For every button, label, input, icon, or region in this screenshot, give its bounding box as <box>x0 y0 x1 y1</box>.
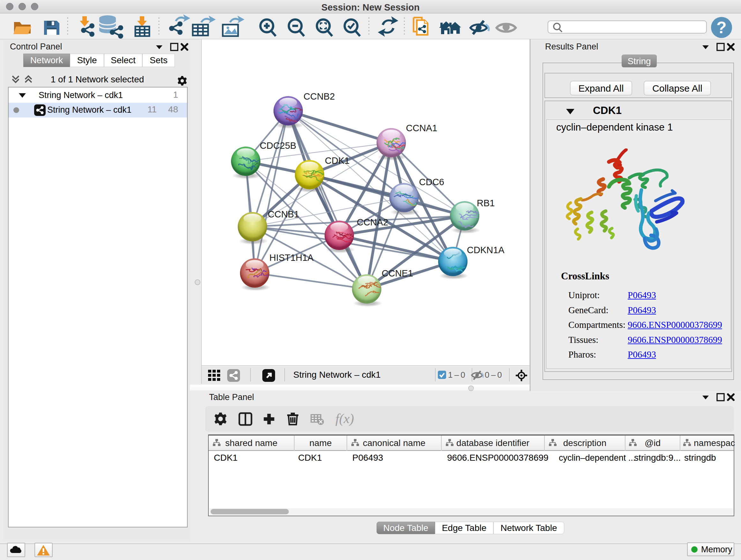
svg-text:?: ? <box>717 18 727 37</box>
svg-text:CCNA2: CCNA2 <box>357 217 388 227</box>
svg-text:CCNB1: CCNB1 <box>268 209 299 219</box>
svg-text:RB1: RB1 <box>477 198 495 208</box>
svg-text:CDKN1A: CDKN1A <box>467 245 504 255</box>
svg-text:CCNE1: CCNE1 <box>382 268 413 278</box>
svg-text:HIST1H1A: HIST1H1A <box>269 253 314 263</box>
svg-text:CDC25B: CDC25B <box>260 140 296 151</box>
svg-text:f(x): f(x) <box>335 411 354 426</box>
svg-text:CCNB2: CCNB2 <box>304 91 335 102</box>
svg-text:CDC6: CDC6 <box>419 177 444 187</box>
svg-text:CDK1: CDK1 <box>325 155 349 166</box>
svg-text:CCNA1: CCNA1 <box>406 123 437 133</box>
